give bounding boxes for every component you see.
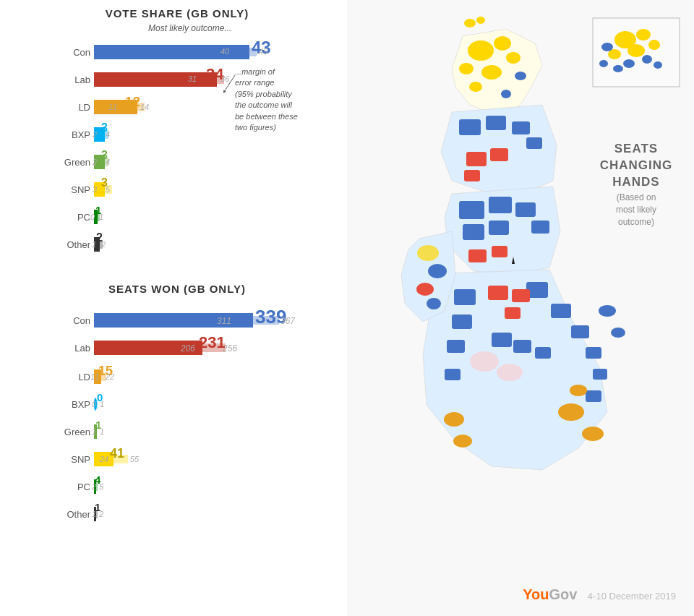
svg-rect-38 — [445, 369, 460, 380]
svg-rect-23 — [489, 221, 509, 235]
vote-ld-row: LD 12 11 14 — [54, 96, 340, 118]
pc-vs-hi: 1 — [99, 213, 103, 221]
other-vs-hi: 2 — [101, 240, 106, 249]
seats-bxp-row: BXP 0 0 1 — [54, 393, 340, 415]
svg-rect-45 — [513, 340, 531, 353]
sw-green-label: Green — [54, 427, 90, 437]
sw-green-lo: 1 — [92, 427, 96, 436]
svg-rect-12 — [486, 116, 506, 130]
sw-snp-value: 41 — [110, 446, 124, 461]
svg-point-7 — [459, 63, 474, 74]
svg-rect-46 — [535, 347, 551, 359]
bxp-label: BXP — [54, 129, 90, 140]
seats-pc-row: PC 4 2 5 — [54, 476, 340, 497]
snp-vs-lo: 3 — [93, 185, 97, 194]
bxp-vs-lo: 2 — [93, 130, 97, 139]
svg-rect-21 — [531, 221, 549, 234]
sw-con-hi: 367 — [280, 316, 295, 326]
svg-rect-36 — [452, 315, 472, 329]
svg-point-50 — [611, 328, 625, 338]
sw-bxp-label: BXP — [54, 399, 90, 410]
left-panel: VOTE SHARE (GB ONLY) Con 43 40 45 — [0, 0, 347, 616]
con-vs-hi: 45 — [259, 47, 267, 56]
svg-point-64 — [654, 61, 662, 69]
yougov-gov: Gov — [549, 586, 578, 602]
svg-rect-15 — [466, 152, 487, 166]
sw-ld-label: LD — [54, 372, 90, 382]
ld-vs-value: 12 — [125, 94, 140, 110]
seats-green-row: Green 1 1 1 — [54, 421, 340, 442]
svg-rect-16 — [490, 148, 508, 161]
vote-con-row: Con 43 40 45 — [54, 41, 340, 63]
vote-share-section: VOTE SHARE (GB ONLY) Con 43 40 45 — [14, 7, 340, 261]
sw-ld-hi: 22 — [106, 372, 114, 381]
svg-rect-44 — [492, 333, 512, 347]
snp-label: SNP — [54, 184, 90, 195]
svg-rect-33 — [512, 289, 530, 302]
svg-point-49 — [599, 305, 616, 317]
svg-rect-27 — [551, 304, 571, 318]
svg-point-3 — [468, 40, 494, 61]
svg-rect-25 — [492, 246, 507, 257]
sw-green-hi: 1 — [100, 427, 104, 436]
svg-rect-34 — [505, 307, 520, 319]
svg-point-67 — [464, 19, 476, 27]
sw-bxp-hi: 1 — [100, 400, 104, 408]
ld-label: LD — [54, 102, 90, 113]
svg-point-39 — [558, 403, 584, 421]
sw-con-label: Con — [54, 315, 90, 326]
svg-rect-19 — [489, 197, 512, 213]
vote-other-row: Other 2 1 2 — [54, 234, 340, 255]
svg-point-4 — [494, 36, 511, 51]
sw-lab-value: 231 — [199, 333, 226, 352]
seats-snp-row: SNP 41 24 55 — [54, 448, 340, 470]
svg-point-5 — [506, 52, 520, 64]
vote-snp-row: SNP 3 3 5 — [54, 179, 340, 200]
vote-pc-row: PC 1 0 1 — [54, 206, 340, 228]
seats-lab-row: Lab 231 206 256 — [54, 337, 340, 359]
green-label: Green — [54, 157, 90, 168]
svg-point-6 — [481, 65, 502, 80]
svg-point-40 — [582, 427, 604, 441]
seats-con-row: Con 339 311 367 — [54, 309, 340, 331]
vote-bxp-row: BXP 3 2 4 — [54, 124, 340, 145]
con-label: Con — [54, 47, 90, 58]
sw-snp-hi: 55 — [130, 455, 139, 463]
ld-vs-lo: 11 — [108, 103, 117, 111]
vote-green-row: Green 3 2 4 — [54, 151, 340, 173]
svg-point-65 — [599, 60, 608, 67]
seats-won-section: SEATS WON (GB ONLY) Con 339 311 367 Lab — [14, 283, 340, 531]
seats-changing-title: SEATSCHANGINGHANDS — [589, 141, 683, 191]
svg-point-10 — [501, 90, 511, 98]
svg-point-9 — [515, 72, 526, 80]
svg-rect-30 — [593, 369, 607, 380]
svg-rect-13 — [512, 121, 530, 134]
svg-rect-28 — [571, 325, 589, 338]
main-container: VOTE SHARE (GB ONLY) Con 43 40 45 — [0, 0, 694, 616]
svg-rect-35 — [454, 289, 476, 305]
sw-lab-lo: 206 — [181, 343, 195, 354]
sw-ld-lo: 11 — [90, 372, 99, 381]
svg-rect-14 — [526, 137, 542, 149]
right-panel: SEATSCHANGINGHANDS (Based onmost likelyo… — [347, 0, 694, 616]
svg-point-57 — [636, 29, 651, 40]
svg-rect-22 — [463, 224, 484, 240]
sw-other-hi: 2 — [99, 510, 103, 518]
lab-vs-lo: 31 — [188, 74, 197, 83]
pc-vs-lo: 0 — [90, 213, 95, 221]
svg-point-54 — [427, 298, 441, 309]
svg-point-48 — [497, 364, 523, 381]
sw-pc-hi: 5 — [99, 482, 103, 491]
sw-pc-lo: 2 — [92, 482, 96, 491]
sw-other-label: Other — [54, 509, 90, 520]
svg-point-53 — [416, 283, 434, 296]
svg-rect-17 — [464, 170, 480, 181]
svg-point-47 — [470, 351, 499, 372]
svg-rect-29 — [586, 347, 601, 359]
other-label: Other — [54, 239, 90, 250]
svg-point-41 — [444, 412, 464, 427]
sw-snp-lo: 24 — [100, 455, 108, 463]
svg-point-43 — [570, 385, 587, 396]
seats-changing-sub: (Based onmost likelyoutcome) — [589, 192, 683, 228]
svg-rect-18 — [459, 201, 484, 219]
